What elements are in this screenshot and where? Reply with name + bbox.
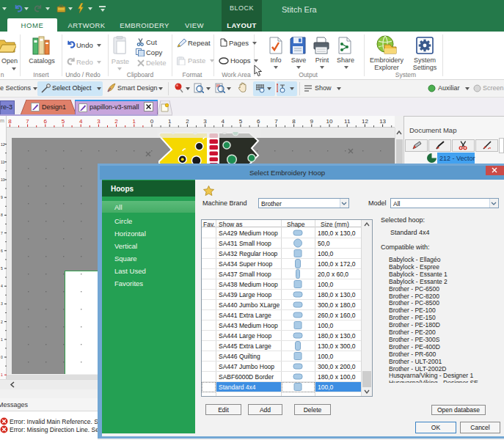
svg-text:6: 6 xyxy=(44,118,48,125)
svg-text:4: 4 xyxy=(222,118,225,125)
svg-text:12: 12 xyxy=(1,142,5,147)
svg-text:1: 1 xyxy=(1,337,3,342)
svg-text:8: 8 xyxy=(292,118,296,125)
svg-text:2: 2 xyxy=(1,320,3,324)
svg-text:10: 10 xyxy=(1,177,5,182)
svg-text:3: 3 xyxy=(97,118,101,125)
svg-text:6: 6 xyxy=(1,249,3,253)
svg-text:9: 9 xyxy=(1,195,3,199)
svg-text:5: 5 xyxy=(239,118,243,125)
svg-text:9: 9 xyxy=(310,118,314,125)
svg-text:7: 7 xyxy=(26,118,29,125)
svg-text:4: 4 xyxy=(79,118,83,125)
svg-text:8: 8 xyxy=(1,213,3,217)
svg-text:1: 1 xyxy=(168,118,172,125)
svg-text:11: 11 xyxy=(344,118,351,125)
svg-text:13: 13 xyxy=(379,118,386,125)
svg-text:5: 5 xyxy=(1,266,3,271)
svg-text:12: 12 xyxy=(362,118,368,125)
svg-text:3: 3 xyxy=(203,118,207,125)
svg-text:8: 8 xyxy=(8,118,12,125)
svg-text:11: 11 xyxy=(1,160,4,164)
svg-text:0: 0 xyxy=(150,118,154,125)
svg-text:1: 1 xyxy=(133,118,136,125)
svg-text:6: 6 xyxy=(257,118,260,125)
svg-text:5: 5 xyxy=(62,118,65,125)
svg-text:7: 7 xyxy=(1,231,3,235)
svg-text:10: 10 xyxy=(326,118,333,125)
svg-text:2: 2 xyxy=(186,118,189,125)
svg-text:1: 1 xyxy=(1,373,3,377)
svg-text:2: 2 xyxy=(114,118,118,125)
svg-text:4: 4 xyxy=(1,284,3,288)
svg-text:7: 7 xyxy=(274,118,278,125)
svg-text:3: 3 xyxy=(1,301,3,306)
svg-text:0: 0 xyxy=(1,355,3,359)
